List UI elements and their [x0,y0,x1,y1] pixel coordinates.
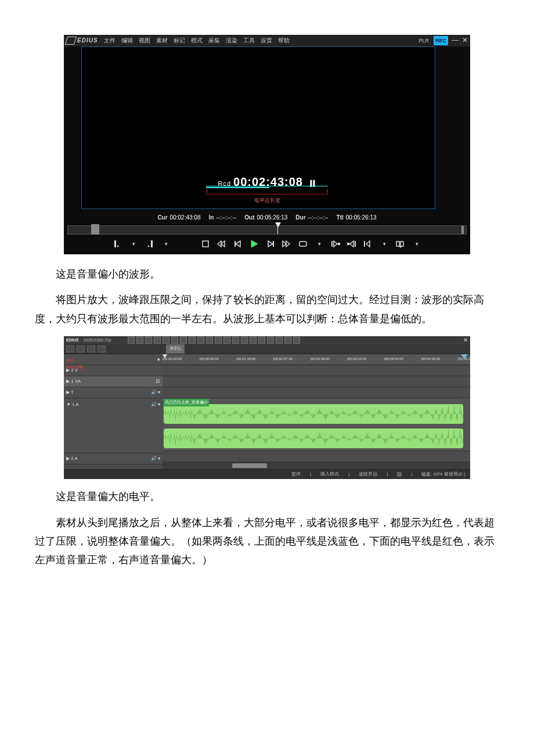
toolbar-icon[interactable] [136,337,143,344]
menu-settings[interactable]: 设置 [261,35,272,46]
dropdown-icon[interactable]: ▾ [157,355,160,364]
toolbar-icon[interactable] [197,337,204,344]
toolbar-icon[interactable] [154,337,161,344]
transport-controls: ▾ ▾ [64,235,470,254]
toolbar-icon[interactable] [128,337,135,344]
track-header-panel: ▾ ▶ 2 V ▶ 1 VA目 ▶ T🔊 ▾ ▼ 1 A 🔊 ▾ 标注 峰值范围… [64,354,163,469]
in-marker-icon[interactable] [91,224,99,235]
paragraph-2: 将图片放大，波峰跟压限之间，保持了较长的距离，留的空间过大。经过目测：波形的实际… [35,290,499,328]
play-button[interactable] [249,239,259,249]
horizontal-scrollbar[interactable] [163,462,470,469]
track-row-2a[interactable] [163,451,470,462]
toolbar-icon[interactable] [267,337,274,344]
prev-frame-button[interactable] [233,239,243,249]
level-meter: 电平总长度 [206,186,328,205]
audio-clip[interactable]: 乌兰巴托之夜_音量偏小 [163,398,463,451]
cur-value: 00:02:43:08 [170,214,201,221]
toolbar-icon[interactable] [241,337,248,344]
in-dropdown[interactable]: ▾ [128,239,139,249]
svg-rect-20 [400,242,403,246]
tool-icon[interactable] [77,345,85,352]
toolbar-icon[interactable] [250,337,257,344]
ruler-tick: |00:02:36:00 [310,356,329,362]
toolbar-icon[interactable] [293,337,300,344]
rec-indicator[interactable]: REC [434,36,448,45]
goto-out-button[interactable] [347,239,357,249]
toolbar-icon[interactable] [163,337,169,344]
toolbar-icon[interactable] [223,337,230,344]
waveform-left [164,404,463,424]
track-row-1va[interactable] [163,376,470,387]
menu-marker[interactable]: 标记 [174,35,185,46]
track-row-2v[interactable] [163,365,470,376]
toolbar-icon[interactable] [171,337,178,344]
loop-button[interactable] [298,239,308,249]
insert-dropdown[interactable]: ▾ [379,239,389,249]
waveform-right [164,429,463,448]
close-button[interactable]: ✕ [462,34,468,47]
out-dropdown[interactable]: ▾ [161,239,171,249]
toolbar-icon[interactable] [276,337,283,344]
playhead-icon[interactable] [275,222,281,228]
toolbar-icon[interactable] [215,337,222,344]
overwrite-dropdown[interactable]: ▾ [412,239,422,249]
sequence-tab[interactable]: 序列1 [166,344,185,354]
plr-indicator[interactable]: PLR [417,36,430,45]
menu-render[interactable]: 渲染 [226,35,237,46]
menu-view[interactable]: 视图 [139,35,150,46]
stop-button[interactable] [200,239,211,249]
track-header[interactable]: ▶ 1 VA目 [64,376,163,387]
menu-edit[interactable]: 编辑 [121,35,133,46]
tool-icon[interactable] [98,345,106,352]
next-frame-button[interactable] [265,239,276,249]
set-out-button[interactable] [145,239,155,249]
edius-logo: EDIUS [66,35,98,46]
tool-icon[interactable] [66,345,74,352]
svg-rect-10 [300,242,306,246]
svg-rect-7 [273,241,274,247]
menu-mode[interactable]: 模式 [191,35,203,46]
goto-in-button[interactable] [330,239,341,249]
toolbar-icon[interactable] [232,337,239,344]
set-in-button[interactable] [112,239,122,249]
menu-tools[interactable]: 工具 [243,35,255,46]
edius-player-window: EDIUS 文件 编辑 视图 素材 标记 模式 采集 渲染 工具 设置 帮助 P… [64,35,470,254]
toolbar-icon[interactable] [284,337,291,344]
toolbar-icon[interactable] [180,337,187,344]
svg-rect-0 [203,241,208,247]
track-header-audio[interactable]: ▼ 1 A 🔊 ▾ 标注 峰值范围 [64,398,163,453]
menu-help[interactable]: 帮助 [278,35,290,46]
toolbar-icon[interactable] [206,337,213,344]
ruler-tick: |00:01:57:00 [273,356,293,362]
tool-icon[interactable] [87,345,95,352]
rewind-button[interactable] [217,239,227,249]
menu-capture[interactable]: 采集 [208,35,220,46]
track-header[interactable]: ▶ T🔊 ▾ [64,387,163,398]
out-flag-icon[interactable] [461,354,468,359]
menu-clip[interactable]: 素材 [156,35,168,46]
scroll-thumb[interactable] [232,463,267,468]
track-header[interactable]: ▶ 2 A🔊 ▾ [64,453,163,465]
svg-rect-16 [355,241,356,247]
loop-dropdown[interactable]: ▾ [314,239,324,249]
timeline-close-button[interactable]: ✕ [463,335,468,345]
edius-logo-mark-icon [65,37,77,45]
minimize-button[interactable]: — [452,34,459,47]
svg-marker-3 [236,241,240,247]
track-row-t[interactable] [163,387,470,398]
toolbar-icon[interactable] [258,337,265,344]
toolbar-icon[interactable] [145,337,152,344]
svg-marker-18 [366,241,370,247]
track-row-1a[interactable]: 乌兰巴托之夜_音量偏小 [163,398,470,451]
timeline-tracks-area[interactable]: |00:00:00:00 |00:00:39:00 |00:01:18:00 |… [163,354,470,469]
insert-to-timeline-button[interactable] [363,239,373,249]
out-marker-icon[interactable] [461,226,464,234]
menu-file[interactable]: 文件 [104,35,116,46]
ruler-tick: |00:00:00:00 [163,356,182,362]
toolbar-icon[interactable] [189,337,196,344]
overwrite-button[interactable] [395,239,406,249]
scrub-bar[interactable] [67,225,467,235]
timeline-logo: EDIUS [66,337,78,344]
fast-forward-button[interactable] [282,239,292,249]
time-ruler[interactable]: |00:00:00:00 |00:00:39:00 |00:01:18:00 |… [163,354,470,365]
